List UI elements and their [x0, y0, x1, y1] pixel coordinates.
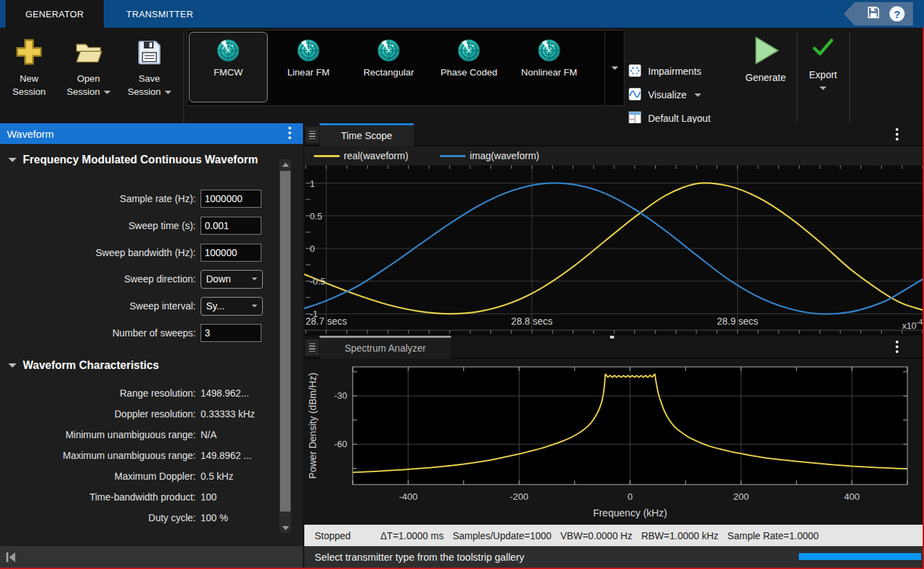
- sample-rate-input[interactable]: [201, 190, 261, 208]
- svg-text:400: 400: [844, 491, 860, 502]
- tab-generator[interactable]: GENERATOR: [6, 0, 104, 28]
- sweep-interval-select[interactable]: Sy...: [201, 297, 263, 316]
- status-sample-rate: Sample Rate=1.0000: [728, 530, 819, 541]
- panel-menu-icon[interactable]: [894, 341, 900, 354]
- svg-text:0: 0: [310, 244, 315, 254]
- radar-icon: [456, 37, 482, 66]
- open-session-label: Open Session: [66, 73, 100, 97]
- new-session-label: New Session: [2, 73, 56, 99]
- open-session-button[interactable]: Open Session: [61, 33, 116, 99]
- help-icon[interactable]: ?: [889, 6, 905, 21]
- time-bandwidth-product-value: 100: [201, 491, 216, 503]
- number-of-sweeps-input[interactable]: [201, 324, 261, 342]
- gallery-item-fmcw[interactable]: FMCW: [189, 32, 268, 102]
- svg-text:Frequency (kHz): Frequency (kHz): [593, 507, 667, 518]
- gallery-item-nonlinear-fm[interactable]: Nonlinear FM: [510, 32, 589, 102]
- new-session-button[interactable]: New Session: [1, 33, 57, 99]
- svg-text:-30: -30: [334, 390, 347, 401]
- export-button[interactable]: Export: [800, 36, 847, 90]
- impairments-button[interactable]: Impairments: [628, 60, 710, 83]
- gallery-item-phase-coded[interactable]: Phase Coded: [429, 32, 508, 102]
- export-label: Export: [809, 69, 837, 80]
- characteristic-row: Minimum unambiguous range: N/A: [0, 424, 279, 445]
- fmcw-section-header[interactable]: Frequency Modulated Continuous Waveform: [8, 154, 277, 166]
- play-icon: [750, 35, 782, 69]
- select-value: Sy...: [206, 300, 225, 311]
- sweep-bandwidth-input[interactable]: [201, 244, 261, 262]
- svg-text:-200: -200: [510, 491, 528, 502]
- characteristics-rows: Range resolution: 1498.962... Doppler re…: [0, 383, 279, 528]
- spectrum-analyzer-panel: Spectrum Analyzer -400-2000200400-30-60F…: [304, 336, 924, 546]
- drag-handle-icon[interactable]: [306, 127, 319, 143]
- collapse-panel-icon[interactable]: [6, 552, 15, 562]
- characteristic-row: Duty cycle: 100 %: [0, 507, 279, 528]
- characteristic-row: Time-bandwidth product: 100: [0, 487, 279, 507]
- collapse-arrow-icon: [8, 158, 17, 162]
- max-unambiguous-range-value: 149.8962 ...: [201, 450, 252, 461]
- panel-menu-icon[interactable]: [894, 128, 900, 142]
- gallery-dropdown-button[interactable]: [604, 30, 624, 105]
- radar-icon: [215, 37, 241, 66]
- scrollbar-thumb[interactable]: [280, 171, 290, 512]
- panel-title: Waveform: [0, 128, 54, 140]
- collapse-arrow-icon: [8, 363, 17, 368]
- impairments-label: Impairments: [648, 66, 701, 77]
- panel-menu-icon[interactable]: [286, 127, 293, 141]
- check-icon: [812, 36, 834, 61]
- save-icon[interactable]: [866, 5, 881, 23]
- sweep-direction-select[interactable]: Down: [201, 270, 263, 289]
- section-title: Waveform Characteristics: [23, 359, 159, 372]
- time-scope-plot: 10.50-0.5-128.7 secs28.8 secs28.9 secsx1…: [304, 165, 924, 336]
- status-state: Stopped: [315, 530, 371, 541]
- svg-text:-400: -400: [399, 491, 418, 502]
- sweep-interval-label: Sweep interval:: [0, 300, 196, 311]
- save-session-button[interactable]: Save Session: [122, 33, 177, 99]
- section-title: Frequency Modulated Continuous Waveform: [23, 154, 258, 166]
- chevron-down-icon: [104, 91, 111, 94]
- svg-text:28.7 secs: 28.7 secs: [306, 316, 347, 327]
- sweep-bandwidth-label: Sweep bandwidth (Hz):: [0, 247, 196, 258]
- generate-button[interactable]: Generate: [736, 35, 795, 83]
- chevron-down-icon: [252, 278, 257, 280]
- app-window: GENERATOR TRANSMITTER ? New Session Open…: [0, 0, 924, 569]
- duty-cycle-value: 100 %: [201, 512, 228, 523]
- range-resolution-value: 1498.962...: [201, 388, 249, 399]
- max-unambiguous-range-label: Maximum unambiguous range:: [0, 450, 196, 461]
- time-scope-legend: real(waveform) imag(waveform): [304, 146, 924, 165]
- max-doppler-label: Maximum Doppler:: [0, 471, 196, 482]
- characteristic-row: Doppler resolution: 0.33333 kHz: [0, 404, 279, 424]
- svg-text:28.9 secs: 28.9 secs: [717, 316, 758, 327]
- chevron-down-icon: [694, 93, 701, 97]
- section-separator: [849, 32, 850, 133]
- gallery-item-linear-fm[interactable]: Linear FM: [269, 32, 348, 102]
- chevron-down-icon: [611, 66, 618, 70]
- min-unambiguous-range-label: Minimum unambiguous range:: [0, 429, 196, 440]
- sweep-time-input[interactable]: [201, 217, 261, 235]
- scroll-down-icon[interactable]: [279, 523, 291, 533]
- drag-handle-icon[interactable]: [306, 339, 319, 356]
- svg-text:1: 1: [310, 179, 315, 189]
- svg-text:0.5: 0.5: [310, 211, 322, 222]
- max-doppler-value: 0.5 kHz: [201, 471, 233, 482]
- min-unambiguous-range-value: N/A: [201, 429, 216, 440]
- gallery-item-rectangular[interactable]: Rectangular: [349, 32, 428, 102]
- characteristics-section-header[interactable]: Waveform Characteristics: [8, 359, 277, 372]
- scroll-up-icon[interactable]: [279, 159, 291, 170]
- gallery-item-label: FMCW: [214, 67, 243, 78]
- characteristic-row: Range resolution: 1498.962...: [0, 383, 279, 404]
- section-separator: [183, 32, 184, 133]
- panel-scrollbar[interactable]: [279, 159, 291, 533]
- visualize-button[interactable]: Visualize: [628, 83, 710, 107]
- tab-time-scope[interactable]: Time Scope: [320, 123, 414, 146]
- status-message: Select transmitter type from the toolstr…: [315, 552, 524, 563]
- waveform-gallery: FMCW Linear FM Rectangular Phase Coded: [187, 30, 625, 106]
- save-session-label: Save Session: [127, 73, 160, 97]
- splitter-grip[interactable]: [610, 336, 614, 338]
- generation-toggles: Impairments Visualize Default Layout: [628, 60, 710, 130]
- tab-spectrum-analyzer[interactable]: Spectrum Analyzer: [320, 336, 451, 359]
- spectrum-tab-bar: Spectrum Analyzer: [304, 336, 924, 359]
- svg-text:0: 0: [627, 491, 633, 502]
- legend-swatch-real: [314, 155, 340, 157]
- legend-label-real: real(waveform): [344, 150, 408, 161]
- tab-transmitter[interactable]: TRANSMITTER: [104, 0, 216, 28]
